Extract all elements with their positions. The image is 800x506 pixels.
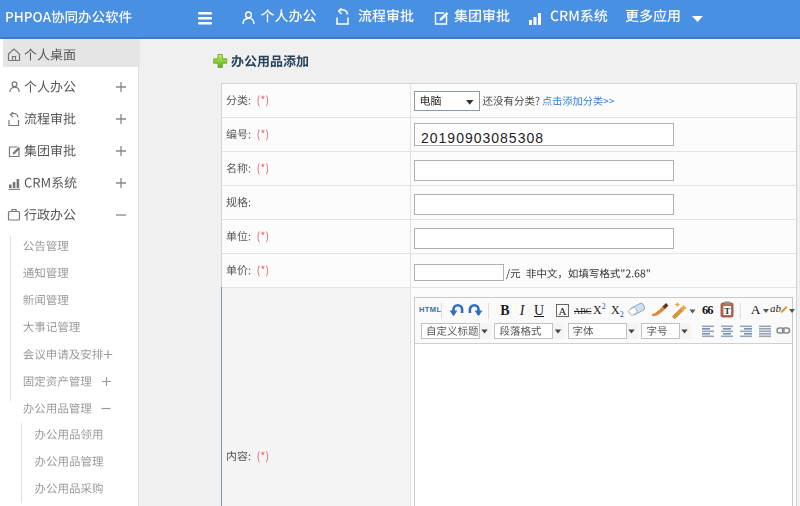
svg-text:T: T [724, 306, 730, 316]
